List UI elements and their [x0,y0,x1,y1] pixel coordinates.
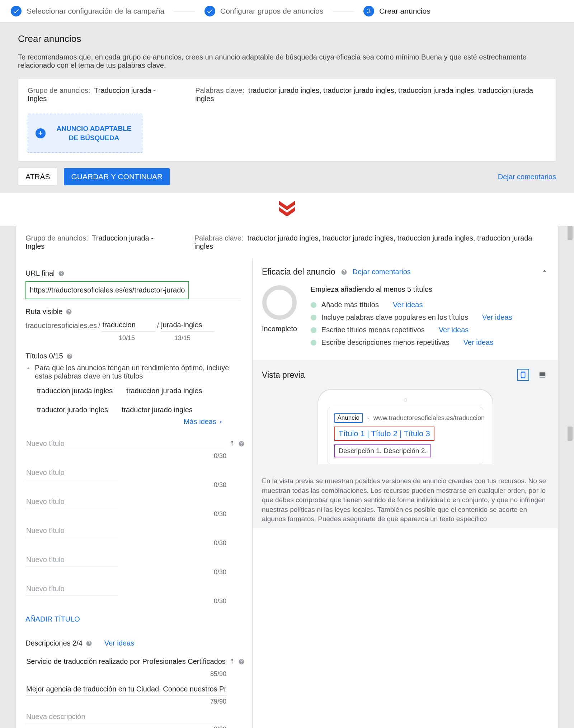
display-path-domain: traductoresoficiales.es [25,322,97,330]
strength-item: Escribe títulos menos repetitivos Ver id… [311,326,549,334]
path1-input[interactable] [102,319,156,332]
help-icon[interactable] [66,353,73,360]
help-icon[interactable] [58,270,65,277]
title-input[interactable] [25,437,226,450]
path-sep: / [157,322,159,330]
title-count: 0/30 [25,598,226,605]
titles-header: Títulos 0/15 [25,352,245,360]
strength-gauge: Incompleto [262,285,297,351]
title-input[interactable] [25,553,118,566]
description-input[interactable] [25,683,226,696]
step-3-number: 3 [363,6,374,16]
strength-ring-icon [262,285,297,320]
see-ideas-link[interactable]: Ver ideas [439,326,469,334]
collapse-icon[interactable] [541,267,549,277]
desc-count: 0/90 [25,725,226,728]
help-icon[interactable] [65,308,72,315]
titles-hint-text: Para que los anuncios tengan un rendimie… [35,364,245,380]
help-icon[interactable] [85,640,93,647]
kw-suggestion[interactable]: traduccion jurada ingles [37,387,113,395]
back-button[interactable]: ATRÁS [18,168,57,186]
keywords-value: traductor jurado ingles, traductor jurad… [194,234,532,250]
strength-suggestions: Empieza añadiendo al menos 5 títulos Aña… [311,285,549,351]
stepper: Seleccionar configuración de la campaña … [0,0,574,23]
ad-strength-title: Eficacia del anuncio [262,267,335,277]
mobile-icon[interactable] [517,369,529,381]
desc-count: 85/90 [25,670,226,678]
strength-item-text: Escribe títulos menos repetitivos [321,326,425,334]
step-divider [333,11,354,11]
preview-note: En la vista previa se muestran posibles … [262,476,549,524]
title-input[interactable] [25,495,118,508]
see-ideas-link[interactable]: Ver ideas [482,313,512,322]
desc-count: 79/90 [25,698,226,705]
chevron-up-icon[interactable] [25,364,31,380]
path2-input[interactable] [160,319,214,332]
ad-group-meta-2: Grupo de anuncios: Traduccion jurada - I… [16,226,558,258]
kw-suggestion[interactable]: traduccion jurada ingles [126,387,202,395]
phone-speaker-icon [404,398,407,402]
display-path-row: traductoresoficiales.es / / [25,319,245,332]
check-icon [11,6,22,16]
kw-suggestion[interactable]: traductor jurado ingles [37,406,108,414]
kw-suggestion[interactable]: traductor jurado ingles [122,406,193,414]
more-ideas-text: Más ideas [184,418,216,426]
ad-group-label: Grupo de anuncios: [28,86,90,94]
path2-count: 13/15 [174,334,190,342]
status-dot-icon [311,302,316,308]
status-dot-icon [311,340,316,346]
add-title-button[interactable]: AÑADIR TÍTULO [25,615,245,623]
pin-icon[interactable] [229,439,235,448]
see-ideas-link[interactable]: Ver ideas [393,301,423,309]
ad-url: www.traductoresoficiales.es/traduccion [373,414,485,422]
panel1-actions: ATRÁS GUARDAR Y CONTINUAR Dejar comentar… [18,168,556,186]
ad-form: URL final Ruta visible traductoresoficia… [16,258,252,728]
ad-card: Anuncio · www.traductoresoficiales.es/tr… [328,407,483,464]
help-icon[interactable] [238,440,245,447]
section-divider [0,193,574,226]
keywords-label: Palabras clave: [194,234,244,242]
ad-url-row: Anuncio · www.traductoresoficiales.es/tr… [334,413,476,423]
title-input[interactable] [25,582,118,595]
strength-item: Añade más títulos Ver ideas [311,301,549,309]
step-2[interactable]: Configurar grupos de anuncios [204,6,323,16]
pin-icon[interactable] [229,657,235,666]
step-1[interactable]: Seleccionar configuración de la campaña [11,6,164,16]
ad-strength-header: Eficacia del anuncio Dejar comentarios [253,258,558,285]
path-counts: 10/15 13/15 [25,334,245,342]
title-input[interactable] [25,524,118,537]
strength-status: Incompleto [262,325,297,333]
more-ideas-link[interactable]: Más ideas [25,418,245,426]
plus-icon: + [36,128,46,138]
title-count: 0/30 [25,481,226,489]
save-continue-button[interactable]: GUARDAR Y CONTINUAR [64,168,170,185]
desc-ideas-link[interactable]: Ver ideas [104,639,134,647]
strength-item: Escribe descripciones menos repetitivas … [311,338,549,347]
ad-group-card: Grupo de anuncios: Traduccion jurada - I… [18,78,556,161]
rsa-button-label: ANUNCIO ADAPTABLE DE BÚSQUEDA [53,124,135,142]
description-input[interactable] [25,710,226,723]
final-url-label: URL final [25,269,245,277]
feedback-link[interactable]: Dejar comentarios [498,173,556,181]
step-3-label: Crear anuncios [379,7,430,15]
desktop-icon[interactable] [536,369,549,381]
step-3[interactable]: 3 Crear anuncios [363,6,430,16]
display-path-label-text: Ruta visible [25,308,62,316]
feedback-link[interactable]: Dejar comentarios [353,268,411,276]
scrollbar-thumb[interactable] [568,226,573,240]
help-icon[interactable] [238,658,245,665]
ad-preview-pane: Eficacia del anuncio Dejar comentarios I… [252,258,558,728]
strength-item: Incluye palabras clave populares en los … [311,313,549,322]
see-ideas-link[interactable]: Ver ideas [464,338,493,347]
help-icon[interactable] [340,268,348,276]
device-toggle [517,369,549,381]
descriptions-header: Descripciones 2/4 Ver ideas [25,639,245,647]
scrollbar-thumb[interactable] [568,427,573,441]
title-input[interactable] [25,466,118,479]
final-url-label-text: URL final [25,269,55,277]
keywords-value: traductor jurado ingles, traductor jurad… [195,86,533,103]
description-input[interactable] [25,655,226,668]
responsive-search-ad-button[interactable]: + ANUNCIO ADAPTABLE DE BÚSQUEDA [28,114,142,153]
final-url-input[interactable] [25,281,189,299]
strength-item-text: Añade más títulos [321,301,379,309]
